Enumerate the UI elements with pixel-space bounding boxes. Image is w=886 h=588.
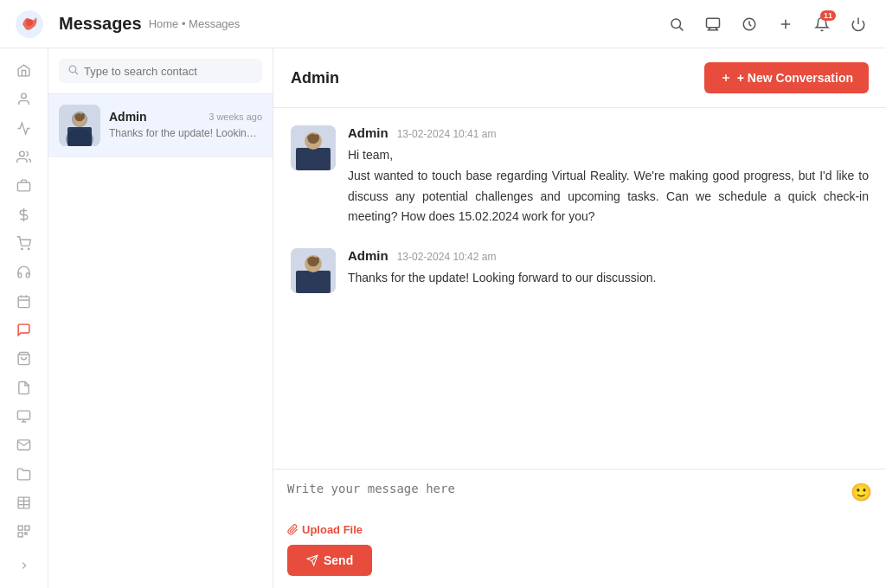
svg-point-13 <box>22 248 22 249</box>
notification-badge: 11 <box>820 10 836 21</box>
sidebar-item-dollar[interactable] <box>9 203 40 227</box>
message-text: Thanks for the update! Looking forward t… <box>348 268 869 289</box>
send-button[interactable]: Send <box>287 545 372 576</box>
clock-icon[interactable] <box>735 10 763 38</box>
svg-rect-41 <box>296 148 331 170</box>
message-row: Admin 13-02-2024 10:41 am Hi team, Just … <box>291 125 869 227</box>
send-label: Send <box>324 553 353 567</box>
plus-icon[interactable] <box>772 10 799 38</box>
sidebar-item-home[interactable] <box>9 59 40 82</box>
sidebar-item-document[interactable] <box>9 376 40 399</box>
svg-point-2 <box>671 19 681 29</box>
sidebar-item-headset[interactable] <box>9 260 40 284</box>
svg-rect-28 <box>25 527 29 531</box>
topnav-icons: 11 <box>663 10 872 38</box>
svg-rect-36 <box>67 127 92 146</box>
new-conversation-button[interactable]: + New Conversation <box>704 62 869 93</box>
message-content: Admin 13-02-2024 10:41 am Hi team, Just … <box>348 125 869 227</box>
svg-point-31 <box>69 66 76 73</box>
sidebar-item-users[interactable] <box>9 87 40 111</box>
search-small-icon <box>67 64 79 78</box>
upload-file-label: Upload File <box>302 523 363 536</box>
sidebar-item-chart[interactable] <box>9 117 40 140</box>
sidebar-item-cart[interactable] <box>9 232 40 255</box>
sidebar-item-contacts[interactable] <box>9 145 40 169</box>
search-input[interactable] <box>84 65 254 78</box>
contact-item[interactable]: Admin 3 weeks ago Thanks for the update!… <box>48 94 273 157</box>
svg-point-10 <box>20 151 25 157</box>
svg-line-32 <box>75 72 78 74</box>
message-content: Admin 13-02-2024 10:42 am Thanks for the… <box>348 248 869 289</box>
chat-panel: Admin + New Conversation <box>273 48 886 588</box>
message-sender: Admin <box>348 248 388 263</box>
sidebar-expand-icon[interactable] <box>9 554 40 578</box>
message-row: Admin 13-02-2024 10:42 am Thanks for the… <box>291 248 869 293</box>
message-meta: Admin 13-02-2024 10:42 am <box>348 248 869 263</box>
chat-header: Admin + New Conversation <box>273 48 886 108</box>
svg-point-1 <box>26 19 33 26</box>
message-time: 13-02-2024 10:42 am <box>397 251 497 263</box>
contact-time: 3 weeks ago <box>209 112 262 122</box>
svg-rect-11 <box>17 182 29 191</box>
svg-line-3 <box>679 27 683 30</box>
message-sender: Admin <box>348 125 388 140</box>
svg-rect-15 <box>18 297 29 308</box>
sidebar-item-qr[interactable] <box>9 520 40 543</box>
main-layout: Admin 3 weeks ago Thanks for the update!… <box>0 48 886 588</box>
compose-top: 🙂 <box>287 482 872 516</box>
compose-input[interactable] <box>287 482 844 516</box>
message-avatar <box>291 248 336 293</box>
app-title: Messages <box>59 14 142 34</box>
bell-icon[interactable]: 11 <box>808 10 836 38</box>
sidebar-item-table[interactable] <box>9 491 40 514</box>
compose-area: 🙂 Upload File Send <box>273 470 886 588</box>
contact-panel: Admin 3 weeks ago Thanks for the update!… <box>48 48 273 588</box>
chat-header-name: Admin <box>291 69 339 87</box>
topnav: Messages Home • Messages 11 <box>0 0 886 48</box>
svg-rect-29 <box>18 533 22 537</box>
messages-area: Admin 13-02-2024 10:41 am Hi team, Just … <box>273 108 886 469</box>
svg-rect-44 <box>296 271 331 293</box>
sidebar-item-folder[interactable] <box>9 463 40 486</box>
contact-info: Admin 3 weeks ago Thanks for the update!… <box>109 110 262 141</box>
svg-point-9 <box>22 94 27 99</box>
app-logo <box>14 9 45 40</box>
sidebar <box>0 48 48 588</box>
sidebar-item-messages[interactable] <box>9 318 40 342</box>
svg-rect-4 <box>707 18 720 28</box>
sidebar-item-email[interactable] <box>9 433 40 457</box>
contact-preview: Thanks for the update! Looking forward t… <box>109 126 262 141</box>
sidebar-item-monitor[interactable] <box>9 405 40 428</box>
svg-rect-27 <box>18 527 22 531</box>
contact-name: Admin <box>109 110 147 124</box>
svg-rect-30 <box>25 533 27 534</box>
message-text: Hi team, Just wanted to touch base regar… <box>348 145 869 227</box>
search-input-wrap[interactable] <box>59 59 262 83</box>
search-icon[interactable] <box>663 10 690 38</box>
power-icon[interactable] <box>844 10 872 38</box>
breadcrumb: Home • Messages <box>149 17 241 30</box>
search-container <box>48 48 273 94</box>
sidebar-item-calendar[interactable] <box>9 290 40 313</box>
message-avatar <box>291 125 336 170</box>
upload-file-button[interactable]: Upload File <box>287 523 363 536</box>
svg-rect-20 <box>17 411 29 419</box>
message-meta: Admin 13-02-2024 10:41 am <box>348 125 869 140</box>
contact-avatar <box>59 105 100 146</box>
sidebar-item-bag[interactable] <box>9 347 40 370</box>
emoji-icon[interactable]: 🙂 <box>851 482 872 502</box>
message-time: 13-02-2024 10:41 am <box>397 128 497 140</box>
svg-point-14 <box>28 248 29 249</box>
sidebar-item-briefcase[interactable] <box>9 174 40 197</box>
chat-icon[interactable] <box>699 10 727 38</box>
